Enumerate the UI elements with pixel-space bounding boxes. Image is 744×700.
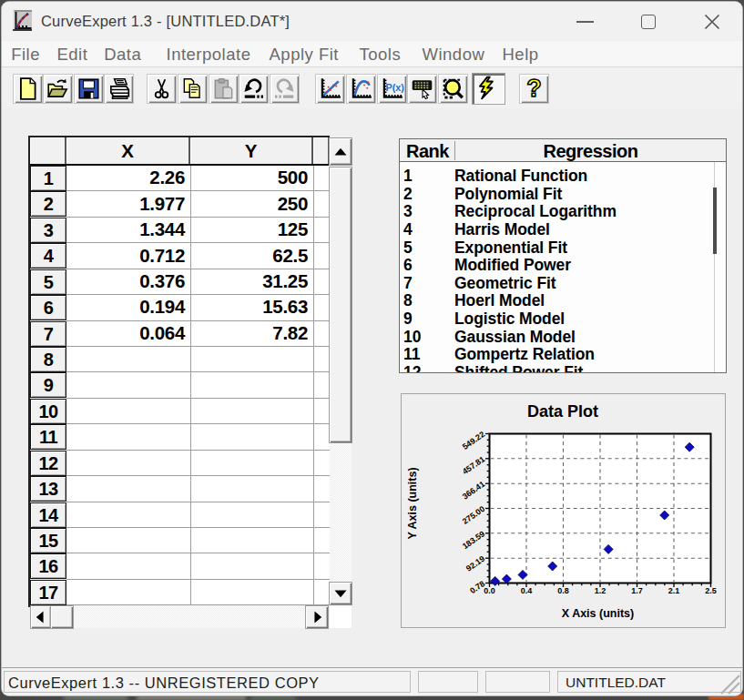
svg-text:2.5: 2.5 xyxy=(705,586,717,595)
svg-text:X Axis (units): X Axis (units) xyxy=(561,607,633,620)
svg-text:0.8: 0.8 xyxy=(557,586,569,595)
svg-text:1.7: 1.7 xyxy=(631,586,643,595)
svg-text:Y Axis (units): Y Axis (units) xyxy=(406,467,419,539)
svg-text:Data Plot: Data Plot xyxy=(526,402,597,421)
svg-text:1.2: 1.2 xyxy=(594,586,606,595)
svg-text:0.0: 0.0 xyxy=(484,586,495,595)
svg-text:0.4: 0.4 xyxy=(520,586,532,595)
svg-text:?: ? xyxy=(526,76,542,101)
svg-text:2.1: 2.1 xyxy=(668,586,679,595)
svg-text:P(x): P(x) xyxy=(385,82,404,93)
